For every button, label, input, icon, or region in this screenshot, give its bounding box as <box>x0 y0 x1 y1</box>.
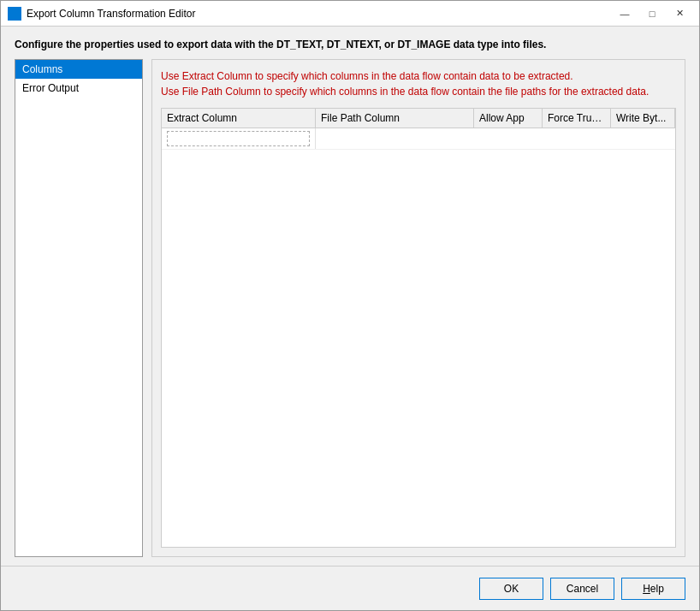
main-content: Columns Error Output Use Extract Column … <box>1 59 699 566</box>
extract-column-input[interactable] <box>167 131 310 146</box>
minimize-button[interactable]: — <box>612 5 638 22</box>
grid-row-1 <box>162 128 675 150</box>
col-header-filepath: File Path Column <box>316 109 474 128</box>
right-panel: Use Extract Column to specify which colu… <box>151 59 685 557</box>
grid-header: Extract Column File Path Column Allow Ap… <box>162 109 675 128</box>
grid-cell-extract-1[interactable] <box>162 128 316 149</box>
nav-item-columns[interactable]: Columns <box>15 60 142 79</box>
description-text: Configure the properties used to export … <box>15 39 685 50</box>
ok-button[interactable]: OK <box>479 578 543 600</box>
grid-container[interactable]: Extract Column File Path Column Allow Ap… <box>161 108 676 548</box>
close-button[interactable]: ✕ <box>667 5 692 22</box>
description-keywords: DT_TEXT, DT_NTEXT, or DT_IMAGE <box>276 39 450 50</box>
main-window: Export Column Transformation Editor — □ … <box>0 0 700 611</box>
col-header-extract: Extract Column <box>162 109 316 128</box>
title-bar: Export Column Transformation Editor — □ … <box>1 1 699 27</box>
maximize-button[interactable]: □ <box>639 5 665 22</box>
grid-body <box>162 128 675 150</box>
help-underline: H <box>643 583 650 595</box>
description-prefix: Configure the properties used to export … <box>15 39 276 50</box>
window-controls: — □ ✕ <box>612 5 692 22</box>
help-button[interactable]: Help <box>621 578 685 600</box>
col-header-forcetrunc: Force Trun... <box>543 109 611 128</box>
instruction-line2: Use File Path Column to specify which co… <box>161 84 676 99</box>
left-panel: Columns Error Output <box>15 59 143 557</box>
window-icon <box>8 7 21 21</box>
footer: OK Cancel Help <box>1 566 699 610</box>
window-title: Export Column Transformation Editor <box>27 8 612 20</box>
col-header-writebyt: Write Byt... <box>611 109 675 128</box>
instruction-line1: Use Extract Column to specify which colu… <box>161 68 676 84</box>
description-suffix: data type into files. <box>450 39 546 50</box>
cancel-button[interactable]: Cancel <box>550 578 614 600</box>
nav-item-error-output[interactable]: Error Output <box>15 79 142 98</box>
col-header-allowapp: Allow App <box>474 109 543 128</box>
instructions: Use Extract Column to specify which colu… <box>161 68 676 99</box>
help-label-rest: elp <box>650 583 664 595</box>
description-area: Configure the properties used to export … <box>1 27 699 59</box>
